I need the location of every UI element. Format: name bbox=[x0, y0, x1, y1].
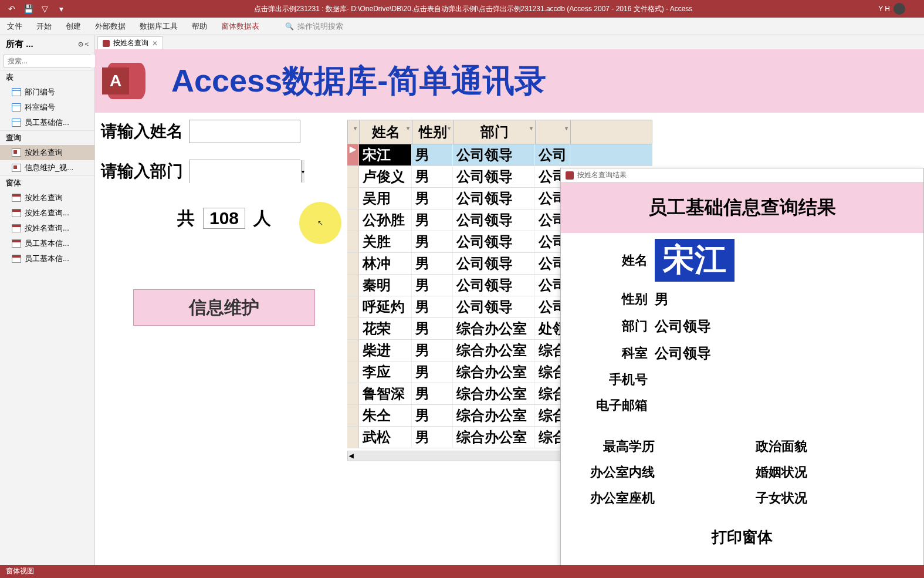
nav-search-input[interactable] bbox=[4, 55, 99, 67]
dept-input[interactable] bbox=[189, 160, 301, 184]
cell-sex[interactable]: 男 bbox=[412, 296, 453, 317]
tab-file[interactable]: 文件 bbox=[7, 21, 22, 32]
row-selector[interactable] bbox=[347, 318, 359, 339]
nav-group[interactable]: 窗体 bbox=[0, 175, 94, 190]
col-dept[interactable]: 部门 bbox=[453, 120, 536, 144]
dept-combo[interactable]: ▾ bbox=[189, 160, 300, 183]
tell-me-search[interactable]: 操作说明搜索 bbox=[285, 21, 343, 32]
cell-dept[interactable]: 公司领导 bbox=[453, 231, 535, 252]
cell-dept[interactable]: 公司领导 bbox=[453, 296, 535, 317]
cell-name[interactable]: 吴用 bbox=[359, 188, 412, 209]
cell-name[interactable]: 鲁智深 bbox=[359, 383, 412, 404]
nav-item[interactable]: 按姓名查询 bbox=[0, 145, 94, 160]
save-button[interactable]: 💾 bbox=[21, 2, 35, 16]
popup-titlebar[interactable]: 按姓名查询结果 bbox=[561, 168, 923, 182]
cell-sex[interactable]: 男 bbox=[412, 318, 453, 339]
cell-sex[interactable]: 男 bbox=[412, 166, 453, 187]
nav-item[interactable]: 按姓名查询... bbox=[0, 221, 94, 236]
cell-sex[interactable]: 男 bbox=[412, 405, 453, 426]
row-selector[interactable] bbox=[347, 427, 359, 448]
row-selector[interactable] bbox=[347, 275, 359, 296]
nav-item[interactable]: 科室编号 bbox=[0, 100, 94, 115]
maintenance-button[interactable]: 信息维护 bbox=[133, 289, 315, 326]
nav-item[interactable]: 部门编号 bbox=[0, 84, 94, 100]
tab-home[interactable]: 开始 bbox=[36, 21, 52, 32]
cell-dept[interactable]: 综合办公室 bbox=[453, 427, 535, 448]
cell-dept[interactable]: 公司领导 bbox=[453, 166, 535, 187]
nav-collapse-icon[interactable]: ⊙ < bbox=[78, 40, 89, 48]
tab-formdata[interactable]: 窗体数据表 bbox=[221, 21, 259, 32]
cell-name[interactable]: 关胜 bbox=[359, 231, 412, 252]
cell-sex[interactable]: 男 bbox=[412, 209, 453, 231]
chevron-down-icon[interactable]: ▾ bbox=[301, 160, 304, 182]
row-selector[interactable] bbox=[347, 340, 359, 361]
nav-item[interactable]: 员工基本信... bbox=[0, 251, 94, 266]
cell-sex[interactable]: 男 bbox=[412, 340, 453, 361]
close-icon[interactable]: ✕ bbox=[152, 39, 158, 48]
cell-name[interactable]: 朱仝 bbox=[359, 405, 412, 426]
cell-name[interactable]: 宋江 bbox=[359, 144, 412, 165]
cell-name[interactable]: 秦明 bbox=[359, 275, 412, 296]
cell-sex[interactable]: 男 bbox=[412, 188, 453, 209]
doc-tab[interactable]: 按姓名查询 ✕ bbox=[97, 36, 163, 49]
row-selector[interactable] bbox=[347, 383, 359, 404]
col-sex[interactable]: 性别 bbox=[412, 120, 453, 144]
tab-help[interactable]: 帮助 bbox=[192, 21, 207, 32]
row-selector[interactable] bbox=[347, 209, 359, 231]
nav-header[interactable]: 所有 ... ⊙ < bbox=[0, 35, 94, 53]
col-extra[interactable] bbox=[536, 120, 571, 144]
cell-name[interactable]: 李应 bbox=[359, 361, 412, 383]
row-selector[interactable] bbox=[347, 296, 359, 317]
cell-sex[interactable]: 男 bbox=[412, 383, 453, 404]
nav-search[interactable]: 🔍 bbox=[4, 55, 91, 67]
user-area[interactable]: Y H bbox=[878, 3, 919, 15]
tab-dbtools[interactable]: 数据库工具 bbox=[140, 21, 178, 32]
cell-dept[interactable]: 公司领导 bbox=[453, 144, 535, 165]
cell-name[interactable]: 公孙胜 bbox=[359, 209, 412, 231]
row-selector[interactable] bbox=[347, 166, 359, 187]
nav-item[interactable]: 按姓名查询 bbox=[0, 190, 94, 205]
tab-create[interactable]: 创建 bbox=[66, 21, 81, 32]
cell-dept[interactable]: 综合办公室 bbox=[453, 318, 535, 339]
row-selector[interactable] bbox=[347, 405, 359, 426]
name-input[interactable] bbox=[189, 120, 300, 143]
cell-sex[interactable]: 男 bbox=[412, 427, 453, 448]
cell-name[interactable]: 呼延灼 bbox=[359, 296, 412, 317]
print-button[interactable]: 打印窗体 bbox=[573, 527, 912, 547]
cell-sex[interactable]: 男 bbox=[412, 231, 453, 252]
nav-group[interactable]: 查询 bbox=[0, 130, 94, 145]
cell-extra[interactable]: 公司 bbox=[535, 144, 570, 165]
cell-name[interactable]: 柴进 bbox=[359, 340, 412, 361]
nav-item[interactable]: 按姓名查询... bbox=[0, 205, 94, 221]
col-name[interactable]: 姓名 bbox=[360, 120, 412, 144]
row-selector[interactable]: ▶ bbox=[347, 144, 359, 165]
cell-name[interactable]: 林冲 bbox=[359, 253, 412, 274]
table-row[interactable]: ▶ 宋江 男 公司领导 公司 bbox=[347, 144, 652, 166]
tab-external[interactable]: 外部数据 bbox=[95, 21, 126, 32]
row-selector[interactable] bbox=[347, 361, 359, 383]
row-selector[interactable] bbox=[347, 253, 359, 274]
cell-dept[interactable]: 公司领导 bbox=[453, 253, 535, 274]
qat-more-button[interactable]: ▾ bbox=[54, 2, 68, 16]
cell-sex[interactable]: 男 bbox=[412, 253, 453, 274]
nav-group[interactable]: 表 bbox=[0, 70, 94, 84]
cell-dept[interactable]: 公司领导 bbox=[453, 209, 535, 231]
row-selector[interactable] bbox=[347, 231, 359, 252]
undo-button[interactable]: ↶ bbox=[5, 2, 19, 16]
nav-item[interactable]: 员工基础信... bbox=[0, 115, 94, 130]
nav-item[interactable]: 信息维护_视... bbox=[0, 160, 94, 175]
cell-sex[interactable]: 男 bbox=[412, 361, 453, 383]
cell-sex[interactable]: 男 bbox=[412, 275, 453, 296]
cell-dept[interactable]: 综合办公室 bbox=[453, 383, 535, 404]
filter-button[interactable]: ▽ bbox=[38, 2, 52, 16]
cell-name[interactable]: 武松 bbox=[359, 427, 412, 448]
cell-name[interactable]: 花荣 bbox=[359, 318, 412, 339]
cell-dept[interactable]: 综合办公室 bbox=[453, 405, 535, 426]
row-selector[interactable] bbox=[347, 188, 359, 209]
cell-sex[interactable]: 男 bbox=[412, 144, 453, 165]
cell-dept[interactable]: 综合办公室 bbox=[453, 340, 535, 361]
cell-dept[interactable]: 公司领导 bbox=[453, 275, 535, 296]
cell-dept[interactable]: 综合办公室 bbox=[453, 361, 535, 383]
cell-dept[interactable]: 公司领导 bbox=[453, 188, 535, 209]
nav-item[interactable]: 员工基本信... bbox=[0, 236, 94, 251]
